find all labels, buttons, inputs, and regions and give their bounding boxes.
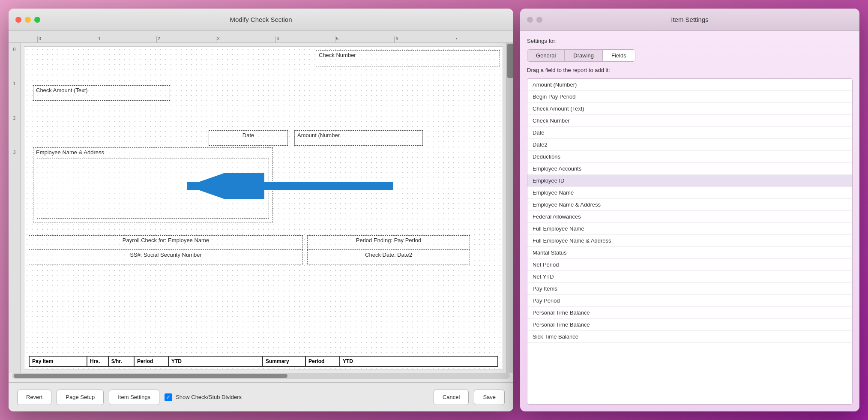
field-marital-status[interactable]: Marital Status <box>527 247 852 259</box>
check-canvas[interactable]: Check Number Check Amount (Text) Date Am… <box>24 47 503 369</box>
tab-general[interactable]: General <box>527 50 565 61</box>
drag-instructions-label: Drag a field to the report to add it: <box>527 67 853 73</box>
tab-fields[interactable]: Fields <box>603 50 635 61</box>
close-button[interactable] <box>15 17 21 23</box>
field-employee-accounts[interactable]: Employee Accounts <box>527 163 852 175</box>
settings-tabs: General Drawing Fields <box>527 49 635 62</box>
settings-for-label: Settings for: <box>527 38 853 44</box>
field-personal-time-balance-2[interactable]: Personal Time Balance <box>527 319 852 331</box>
show-dividers-label: Show Check/Stub Dividers <box>176 394 242 400</box>
date-label: Date <box>242 132 254 138</box>
toolbar: Revert Page Setup Item Settings ✓ Show C… <box>9 382 513 411</box>
item-settings-button[interactable]: Item Settings <box>109 390 159 405</box>
ruler-top: 0 1 2 3 4 5 6 7 <box>9 31 513 43</box>
window-controls <box>15 17 40 23</box>
field-personal-time-balance-1[interactable]: Personal Time Balance <box>527 307 852 319</box>
ss-number-label: SS#: Social Security Number <box>130 252 202 258</box>
field-sick-time-balance[interactable]: Sick Time Balance <box>527 331 852 343</box>
show-dividers-checkbox[interactable]: ✓ <box>165 393 172 401</box>
field-employee-name-address[interactable]: Employee Name & Address <box>527 199 852 211</box>
field-begin-pay-period[interactable]: Begin Pay Period <box>527 91 852 103</box>
ruler-mark-0: 0 <box>37 36 97 42</box>
field-date2[interactable]: Date2 <box>527 139 852 151</box>
field-pay-period[interactable]: Pay Period <box>527 295 852 307</box>
col-period1: Period <box>134 356 168 366</box>
field-check-amount-text[interactable]: Check Amount (Text) <box>527 103 852 115</box>
field-pay-items[interactable]: Pay Items <box>527 283 852 295</box>
col-period2: Period <box>305 356 340 366</box>
field-net-period[interactable]: Net Period <box>527 259 852 271</box>
window-title: Modify Check Section <box>230 16 292 23</box>
check-number-element[interactable]: Check Number <box>316 50 500 66</box>
field-net-ytd[interactable]: Net YTD <box>527 271 852 283</box>
ruler-marks: 0 1 2 3 4 5 6 7 <box>37 36 513 42</box>
check-amount-text-label: Check Amount (Text) <box>36 87 88 93</box>
amount-number-label: Amount (Number <box>297 132 340 138</box>
settings-window-controls <box>527 17 542 23</box>
settings-close-btn[interactable] <box>527 17 533 23</box>
scrollbar-thumb[interactable] <box>507 44 513 78</box>
ruler-mark-6: 6 <box>394 36 454 42</box>
settings-minimize-btn[interactable] <box>536 17 542 23</box>
col-summary: Summary <box>263 356 305 366</box>
revert-button[interactable]: Revert <box>17 390 51 405</box>
date-element[interactable]: Date <box>209 130 288 146</box>
col-hrs: Hrs. <box>87 356 108 366</box>
col-ytd1: YTD <box>168 356 263 366</box>
ruler-left-2: 2 <box>13 115 16 149</box>
ruler-mark-7: 7 <box>454 36 513 42</box>
ruler-left: 0 1 2 3 <box>9 43 21 373</box>
field-amount-number[interactable]: Amount (Number) <box>527 79 852 91</box>
ruler-mark-1: 1 <box>97 36 156 42</box>
ruler-left-1: 1 <box>13 81 16 115</box>
cancel-button[interactable]: Cancel <box>434 390 469 405</box>
employee-name-address-label: Employee Name & Address <box>36 149 104 156</box>
table-header-row: Pay Item Hrs. $/hr. Period YTD Summary P… <box>29 356 498 367</box>
show-dividers-checkbox-area[interactable]: ✓ Show Check/Stub Dividers <box>165 393 242 401</box>
fields-list[interactable]: Amount (Number) Begin Pay Period Check A… <box>527 78 853 405</box>
minimize-button[interactable] <box>25 17 31 23</box>
ss-number-element[interactable]: SS#: Social Security Number <box>29 250 303 264</box>
amount-number-element[interactable]: Amount (Number <box>294 130 423 146</box>
horizontal-scroll-thumb[interactable] <box>14 374 287 378</box>
col-pay-item: Pay Item <box>29 356 87 366</box>
field-employee-name[interactable]: Employee Name <box>527 187 852 199</box>
ruler-mark-3: 3 <box>216 36 275 42</box>
ruler-mark-2: 2 <box>156 36 216 42</box>
main-window: Modify Check Section 0 1 2 3 4 5 6 7 0 1… <box>9 9 513 411</box>
save-button[interactable]: Save <box>474 390 505 405</box>
settings-panel: Item Settings Settings for: General Draw… <box>520 9 859 411</box>
settings-title: Item Settings <box>671 16 709 23</box>
field-federal-allowances[interactable]: Federal Allowances <box>527 211 852 223</box>
horizontal-scrollbar[interactable] <box>12 373 510 379</box>
ruler-mark-5: 5 <box>335 36 395 42</box>
field-check-number[interactable]: Check Number <box>527 115 852 127</box>
canvas-content[interactable]: Check Number Check Amount (Text) Date Am… <box>24 46 503 369</box>
settings-title-bar: Item Settings <box>520 9 859 31</box>
title-bar: Modify Check Section <box>9 9 513 31</box>
ruler-mark-4: 4 <box>275 36 335 42</box>
field-deductions[interactable]: Deductions <box>527 151 852 163</box>
settings-body: Settings for: General Drawing Fields Dra… <box>520 31 859 411</box>
field-full-employee-name[interactable]: Full Employee Name <box>527 223 852 235</box>
page-setup-button[interactable]: Page Setup <box>57 390 104 405</box>
payroll-check-for-element[interactable]: Payroll Check for: Employee Name <box>29 235 303 250</box>
check-amount-text-element[interactable]: Check Amount (Text) <box>33 85 170 101</box>
col-rate: $/hr. <box>108 356 134 366</box>
payroll-check-label: Payroll Check for: Employee Name <box>123 237 209 243</box>
field-employee-id[interactable]: Employee ID <box>527 175 852 187</box>
blue-arrow <box>174 173 397 199</box>
check-number-label: Check Number <box>319 52 356 58</box>
field-full-employee-name-address[interactable]: Full Employee Name & Address <box>527 235 852 247</box>
tab-drawing[interactable]: Drawing <box>565 50 603 61</box>
scrollbar-right[interactable] <box>506 43 513 373</box>
check-date-label: Check Date: Date2 <box>365 252 412 258</box>
canvas-area: 0 1 2 3 4 5 6 7 0 1 2 3 <box>9 31 513 382</box>
field-date[interactable]: Date <box>527 127 852 139</box>
ruler-left-3: 3 <box>13 149 16 183</box>
maximize-button[interactable] <box>34 17 40 23</box>
period-ending-label: Period Ending: Pay Period <box>356 237 421 243</box>
period-ending-element[interactable]: Period Ending: Pay Period <box>307 235 470 250</box>
ruler-left-0: 0 <box>13 46 16 81</box>
check-date-element[interactable]: Check Date: Date2 <box>307 250 470 264</box>
